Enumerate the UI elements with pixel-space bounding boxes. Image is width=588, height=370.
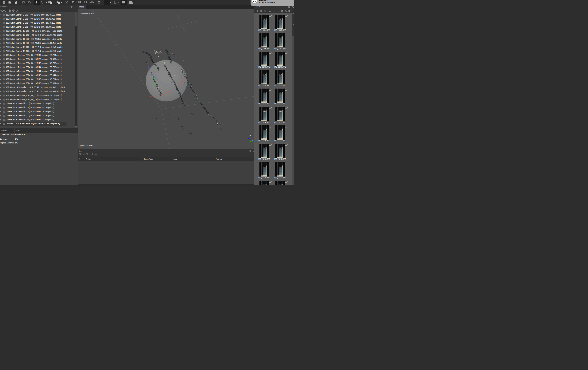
svg-text:Perspective 30°: Perspective 30° — [80, 13, 94, 15]
svg-text:points: 575,469: points: 575,469 — [80, 144, 93, 147]
svg-text:Z: Z — [250, 134, 251, 136]
svg-text:Y: Y — [252, 140, 253, 142]
svg-text:X: X — [244, 134, 246, 137]
